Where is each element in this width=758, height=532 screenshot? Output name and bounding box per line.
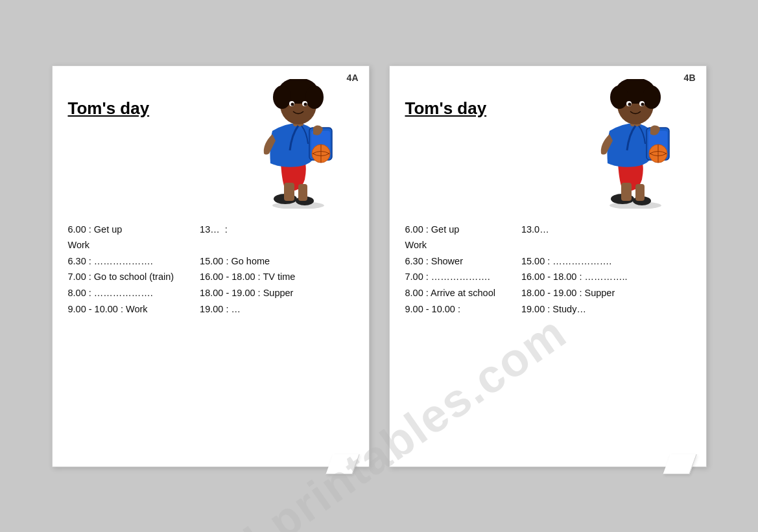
card-title-4a: Tom's day xyxy=(68,98,150,119)
card-header-4a: Tom's day xyxy=(68,79,353,209)
svg-rect-16 xyxy=(284,183,294,201)
character-image-4a xyxy=(250,79,353,209)
svg-point-14 xyxy=(290,102,294,106)
card-title-4b: Tom's day xyxy=(405,98,487,119)
svg-point-32 xyxy=(628,102,631,106)
character-image-4b xyxy=(587,79,691,209)
svg-point-15 xyxy=(303,102,307,106)
schedule-4b: 6.00 : Get up Work 6.30 : Shower 7.00 : … xyxy=(405,222,691,316)
svg-point-33 xyxy=(641,102,644,106)
svg-point-10 xyxy=(273,86,291,109)
card-header-4b: Tom's day xyxy=(405,79,691,209)
svg-point-28 xyxy=(610,86,628,109)
svg-point-11 xyxy=(305,86,324,109)
card-4b: 4B Tom's day xyxy=(389,65,707,467)
svg-rect-35 xyxy=(635,184,645,201)
cards-container: 4A Tom's day xyxy=(39,52,720,480)
schedule-4a: 6.00 : Get up Work 6.30 : ………………. 7.00 :… xyxy=(68,222,353,316)
svg-point-29 xyxy=(643,86,661,109)
svg-rect-34 xyxy=(621,183,632,201)
card-4a: 4A Tom's day xyxy=(52,65,370,467)
svg-rect-17 xyxy=(298,184,307,201)
